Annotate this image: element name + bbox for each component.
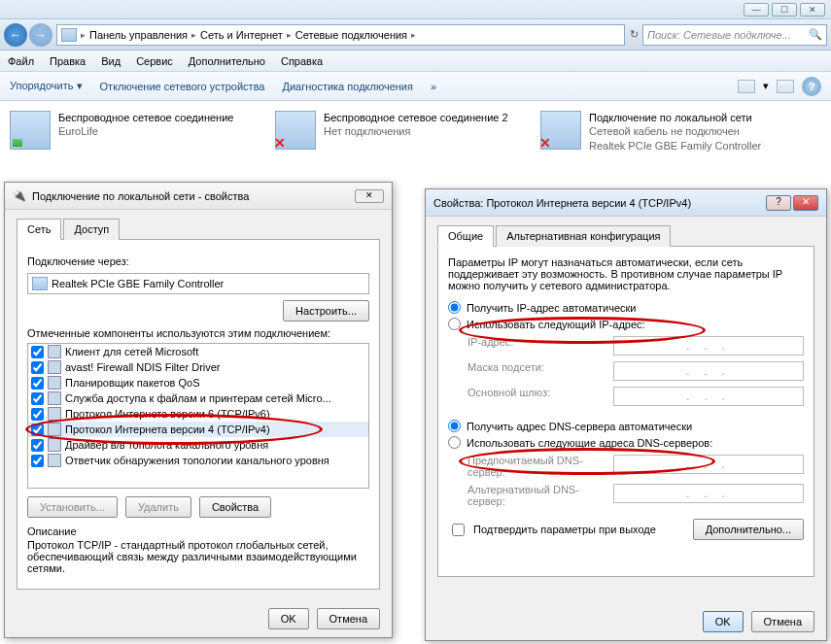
component-checkbox[interactable] [31, 392, 44, 405]
connections-pane: Беспроводное сетевое соединение EuroLife… [0, 101, 831, 162]
minimize-button[interactable]: — [744, 3, 769, 17]
gateway-input[interactable]: . . . [613, 387, 804, 406]
list-item[interactable]: Протокол Интернета версии 6 (TCP/IPv6) [28, 406, 368, 422]
connection-title: Беспроводное сетевое соединение [58, 111, 233, 124]
breadcrumb-item[interactable]: Панель управления [89, 29, 188, 41]
maximize-button[interactable]: ☐ [772, 3, 797, 17]
dialog-titlebar: 🔌 Подключение по локальной сети - свойст… [5, 183, 392, 210]
cancel-button[interactable]: Отмена [751, 611, 814, 632]
close-button[interactable]: ✕ [800, 3, 825, 17]
advanced-button[interactable]: Дополнительно... [693, 519, 804, 540]
protocol-icon [48, 407, 61, 421]
breadcrumb-item[interactable]: Сеть и Интернет [200, 29, 283, 41]
list-item[interactable]: Ответчик обнаружения топологии канальног… [28, 453, 368, 468]
search-input[interactable]: Поиск: Сетевые подключе... 🔍 [642, 24, 827, 46]
list-item[interactable]: Драйвер в/в тополога канального уровня [28, 437, 368, 453]
diagnose-button[interactable]: Диагностика подключения [282, 81, 412, 92]
manual-ip-radio[interactable] [448, 318, 461, 330]
help-icon[interactable]: ? [802, 77, 821, 96]
menu-file[interactable]: Файл [8, 55, 34, 67]
view-dropdown[interactable]: ▾ [763, 80, 769, 92]
component-checkbox[interactable] [31, 455, 44, 467]
menu-advanced[interactable]: Дополнительно [189, 55, 265, 67]
mask-input[interactable]: . . . [613, 361, 804, 381]
uninstall-button[interactable]: Удалить [125, 496, 191, 518]
tab-alternate[interactable]: Альтернативная конфигурация [496, 225, 671, 247]
confirm-checkbox[interactable] [452, 524, 465, 536]
auto-dns-radio[interactable] [448, 420, 461, 432]
dns2-label: Альтернативный DNS-сервер: [467, 484, 604, 507]
connection-title: Подключение по локальной сети [589, 111, 761, 124]
component-checkbox[interactable] [31, 346, 44, 358]
auto-ip-radio-row[interactable]: Получить IP-адрес автоматически [448, 301, 804, 314]
tab-general[interactable]: Общие [437, 225, 494, 247]
back-button[interactable]: ← [4, 23, 27, 47]
help-button[interactable]: ? [766, 195, 791, 211]
components-label: Отмеченные компоненты используются этим … [27, 327, 369, 339]
refresh-button[interactable]: ↻ [629, 28, 639, 41]
confirm-label: Подтвердить параметры при выходе [473, 524, 656, 535]
overflow-button[interactable]: » [431, 81, 436, 92]
network-icon: 🔌 [13, 189, 26, 202]
organize-button[interactable]: Упорядочить ▾ [10, 80, 83, 92]
breadcrumb-item[interactable]: Сетевые подключения [295, 29, 407, 41]
network-icon [61, 28, 77, 42]
list-item[interactable]: Планировщик пакетов QoS [28, 375, 368, 390]
connect-via-label: Подключение через: [27, 255, 369, 267]
component-checkbox[interactable] [31, 377, 44, 390]
close-icon[interactable]: ✕ [793, 195, 818, 211]
client-icon [48, 345, 61, 358]
auto-dns-radio-row[interactable]: Получить адрес DNS-сервера автоматически [448, 420, 804, 432]
configure-button[interactable]: Настроить... [283, 300, 369, 322]
ok-button[interactable]: OK [268, 608, 309, 629]
close-icon[interactable]: ✕ [355, 189, 384, 203]
command-bar: Упорядочить ▾ Отключение сетевого устрой… [0, 72, 831, 101]
search-placeholder: Поиск: Сетевые подключе... [647, 29, 791, 41]
menu-tools[interactable]: Сервис [136, 55, 173, 67]
component-checkbox[interactable] [31, 439, 44, 452]
connection-status: Нет подключения [324, 124, 508, 138]
ok-button[interactable]: OK [703, 611, 744, 632]
connection-item[interactable]: Беспроводное сетевое соединение EuroLife [10, 111, 248, 153]
menu-edit[interactable]: Правка [50, 55, 86, 67]
connection-item[interactable]: Подключение по локальной сети Сетевой ка… [540, 111, 779, 153]
forward-button[interactable]: → [29, 23, 52, 47]
connection-status: EuroLife [58, 124, 233, 138]
mask-label: Маска подсети: [467, 361, 604, 381]
ip-label: IP-адрес: [467, 336, 604, 356]
driver-icon [48, 438, 61, 452]
components-list[interactable]: Клиент для сетей Microsoft avast! Firewa… [27, 343, 369, 489]
gateway-label: Основной шлюз: [467, 387, 604, 406]
menu-bar: Файл Правка Вид Сервис Дополнительно Спр… [0, 51, 831, 72]
dns1-input[interactable]: . . . [613, 455, 804, 474]
list-item[interactable]: Служба доступа к файлам и принтерам сете… [28, 390, 368, 406]
breadcrumb[interactable]: ▸ Панель управления ▸ Сеть и Интернет ▸ … [56, 24, 625, 46]
connection-item[interactable]: Беспроводное сетевое соединение 2 Нет по… [275, 111, 513, 153]
cancel-button[interactable]: Отмена [317, 608, 380, 629]
component-checkbox[interactable] [31, 361, 44, 374]
dialog-title: Свойства: Протокол Интернета версии 4 (T… [433, 197, 691, 209]
view-button[interactable] [738, 80, 755, 93]
properties-button[interactable]: Свойства [199, 496, 271, 518]
component-checkbox[interactable] [31, 408, 44, 421]
manual-ip-radio-row[interactable]: Использовать следующий IP-адрес: [448, 318, 804, 330]
preview-button[interactable] [777, 80, 794, 93]
manual-dns-radio[interactable] [448, 436, 461, 449]
ip-input[interactable]: . . . [613, 336, 804, 356]
list-item[interactable]: Клиент для сетей Microsoft [28, 344, 368, 359]
tab-network[interactable]: Сеть [17, 219, 61, 240]
tab-sharing[interactable]: Доступ [63, 219, 120, 240]
wifi-disconnected-icon [275, 111, 316, 150]
connection-title: Беспроводное сетевое соединение 2 [324, 111, 508, 124]
menu-help[interactable]: Справка [281, 55, 323, 67]
wifi-icon [10, 111, 51, 150]
list-item[interactable]: avast! Firewall NDIS Filter Driver [28, 359, 368, 375]
manual-dns-radio-row[interactable]: Использовать следующие адреса DNS-сервер… [448, 436, 804, 449]
component-checkbox[interactable] [31, 424, 44, 436]
list-item[interactable]: Протокол Интернета версии 4 (TCP/IPv4) [28, 422, 368, 437]
disable-device-button[interactable]: Отключение сетевого устройства [100, 81, 265, 92]
install-button[interactable]: Установить... [27, 496, 118, 518]
dns2-input[interactable]: . . . [613, 484, 804, 503]
menu-view[interactable]: Вид [101, 55, 121, 67]
auto-ip-radio[interactable] [448, 301, 461, 314]
